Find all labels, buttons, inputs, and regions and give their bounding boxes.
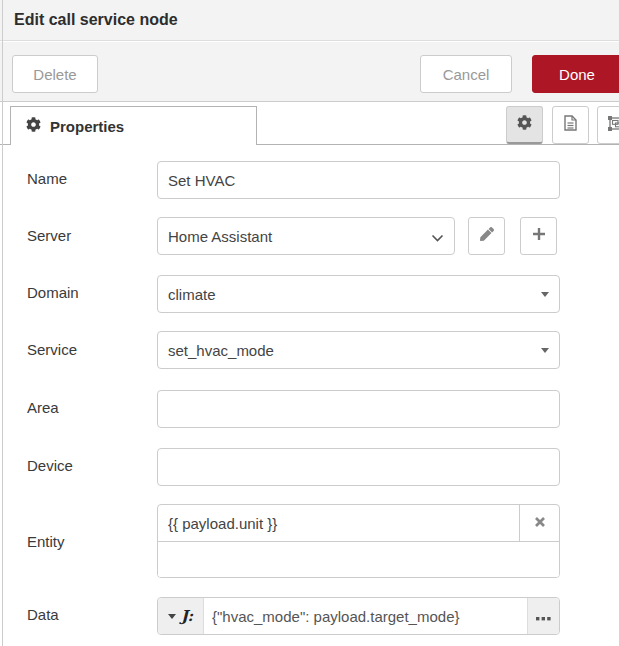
server-select[interactable]: Home Assistant [157, 217, 455, 255]
gear-icon [517, 115, 532, 134]
area-input[interactable] [157, 390, 560, 428]
entity-label: Entity [27, 533, 65, 550]
service-label: Service [27, 341, 77, 358]
tab-bar: Properties [0, 102, 619, 145]
entity-item-value[interactable]: {{ payload.unit }} [158, 505, 519, 541]
entity-list: {{ payload.unit }} [157, 504, 560, 578]
plus-icon [532, 227, 546, 245]
name-label: Name [27, 170, 67, 187]
cancel-button[interactable]: Cancel [420, 55, 512, 93]
data-label: Data [27, 606, 59, 623]
ellipsis-icon [536, 607, 551, 625]
caret-down-icon [541, 348, 549, 353]
domain-label: Domain [27, 284, 79, 301]
entity-list-item: {{ payload.unit }} [158, 505, 559, 542]
chevron-down-icon [431, 228, 444, 245]
caret-down-icon [168, 614, 176, 619]
entity-new-input[interactable] [158, 542, 559, 578]
tab-properties[interactable]: Properties [10, 106, 257, 145]
name-input[interactable] [157, 161, 560, 199]
pencil-icon [480, 227, 494, 245]
caret-down-icon [541, 292, 549, 297]
expand-editor-button[interactable] [527, 598, 559, 634]
done-button[interactable]: Done [532, 55, 619, 93]
close-icon [534, 514, 546, 532]
properties-tab-button[interactable] [506, 106, 543, 144]
description-tab-button[interactable] [552, 106, 589, 144]
remove-entity-button[interactable] [519, 505, 559, 541]
dialog-button-row: Delete Cancel Done [0, 42, 619, 102]
jsonata-J-icon: J: [181, 607, 193, 625]
edit-server-button[interactable] [468, 217, 505, 255]
data-typed-input: J: [157, 597, 560, 635]
area-label: Area [27, 399, 59, 416]
dialog-header: Edit call service node [0, 0, 619, 41]
delete-button[interactable]: Delete [12, 55, 98, 93]
device-label: Device [27, 457, 73, 474]
device-input[interactable] [157, 448, 560, 486]
server-value: Home Assistant [168, 228, 431, 245]
edit-call-service-dialog: Edit call service node Delete Cancel Don… [0, 0, 619, 646]
object-group-icon [608, 116, 619, 135]
appearance-tab-button[interactable] [597, 106, 619, 144]
add-server-button[interactable] [520, 217, 557, 255]
service-combobox[interactable]: set_hvac_mode [157, 331, 560, 369]
tab-properties-label: Properties [50, 118, 124, 135]
data-value-input[interactable] [204, 598, 527, 634]
service-value: set_hvac_mode [168, 342, 541, 359]
dialog-title: Edit call service node [14, 11, 178, 29]
file-text-icon [564, 115, 577, 135]
panel-edge-divider [2, 0, 3, 646]
domain-combobox[interactable]: climate [157, 275, 560, 313]
gear-icon [26, 117, 41, 136]
server-label: Server [27, 227, 71, 244]
domain-value: climate [168, 286, 541, 303]
data-type-button[interactable]: J: [158, 598, 204, 634]
